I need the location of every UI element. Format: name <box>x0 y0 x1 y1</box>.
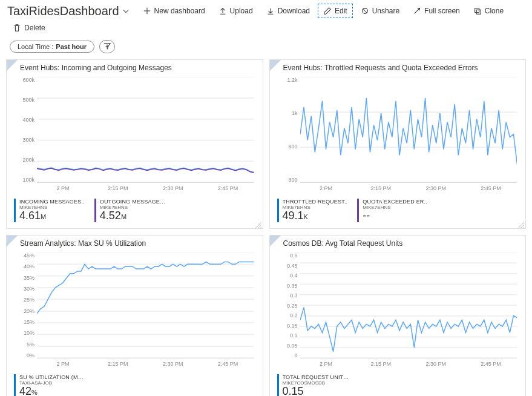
clone-icon <box>473 7 482 15</box>
dashboard-tile: Stream Analytics: Max SU % Utilization45… <box>6 235 263 396</box>
unshare-button[interactable]: Unshare <box>355 4 405 18</box>
tile-title: Cosmos DB: Avg Total Request Units <box>270 236 526 250</box>
plot <box>300 77 517 183</box>
svg-rect-1 <box>475 8 479 13</box>
chart-legend: THROTTLED REQUEST..MIKE7EHNS49.1KQUOTA E… <box>270 195 526 228</box>
tile-menu-handle[interactable] <box>7 236 18 246</box>
legend-label: INCOMING MESSAGES.. <box>19 199 85 205</box>
tile-menu-handle[interactable] <box>7 60 18 71</box>
legend-value: 42% <box>19 386 86 396</box>
legend-label: TOTAL REQUEST UNITS (AVG) <box>283 374 349 380</box>
plus-icon <box>143 7 151 15</box>
y-axis-labels: 1.2k1k800600 <box>276 77 298 183</box>
legend-value: 49.1K <box>283 210 348 222</box>
legend-item[interactable]: OUTGOING MESSAGES..MIKE7EHNS4.52M <box>94 199 166 222</box>
legend-color-bar <box>277 199 279 222</box>
command-bar: TaxiRidesDashboard New dashboard Upload … <box>0 0 532 39</box>
legend-color-bar <box>357 199 359 222</box>
tile-menu-handle[interactable] <box>270 236 281 246</box>
legend-value: 4.61M <box>19 210 85 222</box>
y-axis-labels: 600k500k400k300k200k100k <box>13 77 34 183</box>
new-dashboard-button[interactable]: New dashboard <box>137 4 211 18</box>
upload-icon <box>218 7 227 15</box>
chart-area[interactable]: 1.2k1k8006002 PM2:15 PM2:30 PM2:45 PM <box>276 77 520 194</box>
chart-legend: SU % UTILIZATION (MAX)TAXI-ASA-JOB42% <box>7 371 263 396</box>
delete-label: Delete <box>24 24 45 32</box>
y-axis-labels: 45%40%35%30%25%20%15%10%5%0% <box>13 252 34 358</box>
clone-label: Clone <box>485 7 504 15</box>
y-axis-labels: 0.50.450.40.350.30.250.20.150.10.050 <box>276 252 298 358</box>
dashboard-tile: Cosmos DB: Avg Total Request Units0.50.4… <box>269 235 527 396</box>
legend-color-bar <box>14 374 16 396</box>
download-icon <box>266 7 275 15</box>
dashboard-tile: Event Hubs: Incoming and Outgoing Messag… <box>6 59 263 229</box>
add-filter-icon <box>103 42 111 51</box>
chart-legend: TOTAL REQUEST UNITS (AVG)MIKE7COSMOSDB0.… <box>270 371 526 396</box>
legend-item[interactable]: QUOTA EXCEEDED ER..MIKE7EHNS-- <box>357 199 427 222</box>
legend-color-bar <box>94 199 96 222</box>
dashboard-title-wrap[interactable]: TaxiRidesDashboard <box>7 4 130 18</box>
tile-title: Event Hubs: Throttled Requests and Quota… <box>270 60 526 74</box>
upload-button[interactable]: Upload <box>213 4 258 18</box>
legend-color-bar <box>14 199 16 222</box>
legend-item[interactable]: INCOMING MESSAGES..MIKE7EHNS4.61M <box>14 199 85 222</box>
fullscreen-icon <box>413 7 421 15</box>
legend-value: 4.52M <box>100 210 166 222</box>
tile-title: Stream Analytics: Max SU % Utilization <box>7 236 263 250</box>
filter-bar: Local Time : Past hour <box>0 39 532 59</box>
chart-area[interactable]: 0.50.450.40.350.30.250.20.150.10.0502 PM… <box>276 252 520 369</box>
upload-label: Upload <box>230 7 253 15</box>
dashboard-tile: Event Hubs: Throttled Requests and Quota… <box>269 59 527 229</box>
edit-button[interactable]: Edit <box>318 4 353 18</box>
add-filter-button[interactable] <box>99 40 115 53</box>
download-button[interactable]: Download <box>261 4 315 18</box>
legend-color-bar <box>277 374 279 396</box>
legend-value: -- <box>363 210 427 222</box>
plot <box>37 252 254 358</box>
legend-item[interactable]: THROTTLED REQUEST..MIKE7EHNS49.1K <box>277 199 348 222</box>
x-axis-labels: 2 PM2:15 PM2:30 PM2:45 PM <box>37 361 254 369</box>
legend-label: THROTTLED REQUEST.. <box>283 199 348 205</box>
legend-label: OUTGOING MESSAGES.. <box>100 199 166 205</box>
x-axis-labels: 2 PM2:15 PM2:30 PM2:45 PM <box>300 185 517 194</box>
chart-area[interactable]: 45%40%35%30%25%20%15%10%5%0%2 PM2:15 PM2… <box>13 252 257 369</box>
tile-menu-handle[interactable] <box>270 60 281 71</box>
clone-button[interactable]: Clone <box>468 4 509 18</box>
chart-area[interactable]: 600k500k400k300k200k100k2 PM2:15 PM2:30 … <box>13 77 257 194</box>
unshare-label: Unshare <box>372 7 399 15</box>
legend-label: QUOTA EXCEEDED ER.. <box>363 199 427 205</box>
x-axis-labels: 2 PM2:15 PM2:30 PM2:45 PM <box>300 361 517 369</box>
chevron-down-icon <box>122 7 130 15</box>
legend-value: 0.15 <box>283 386 349 396</box>
download-label: Download <box>278 7 310 15</box>
fullscreen-button[interactable]: Full screen <box>407 4 465 18</box>
legend-item[interactable]: SU % UTILIZATION (MAX)TAXI-ASA-JOB42% <box>14 374 86 396</box>
tile-title: Event Hubs: Incoming and Outgoing Messag… <box>7 60 263 74</box>
delete-button[interactable]: Delete <box>7 21 51 35</box>
time-filter-label: Local Time : <box>18 43 53 50</box>
resize-handle[interactable] <box>255 221 261 227</box>
legend-sublabel: MIKE7EHNS <box>363 205 427 210</box>
pencil-icon <box>323 7 332 15</box>
new-dashboard-label: New dashboard <box>154 7 205 15</box>
chart-legend: INCOMING MESSAGES..MIKE7EHNS4.61MOUTGOIN… <box>7 195 263 228</box>
legend-item[interactable]: TOTAL REQUEST UNITS (AVG)MIKE7COSMOSDB0.… <box>277 374 349 396</box>
time-filter-pill[interactable]: Local Time : Past hour <box>10 41 94 53</box>
legend-label: SU % UTILIZATION (MAX) <box>19 374 86 380</box>
time-filter-value: Past hour <box>56 43 87 50</box>
x-axis-labels: 2 PM2:15 PM2:30 PM2:45 PM <box>37 185 254 194</box>
trash-icon <box>13 24 21 32</box>
edit-label: Edit <box>335 7 347 15</box>
svg-rect-2 <box>476 10 481 14</box>
unshare-icon <box>361 7 369 15</box>
dashboard-title: TaxiRidesDashboard <box>7 4 119 18</box>
resize-handle[interactable] <box>518 221 524 227</box>
fullscreen-label: Full screen <box>424 7 460 15</box>
plot <box>37 77 254 183</box>
plot <box>300 252 517 358</box>
tile-grid: Event Hubs: Incoming and Outgoing Messag… <box>0 59 532 396</box>
